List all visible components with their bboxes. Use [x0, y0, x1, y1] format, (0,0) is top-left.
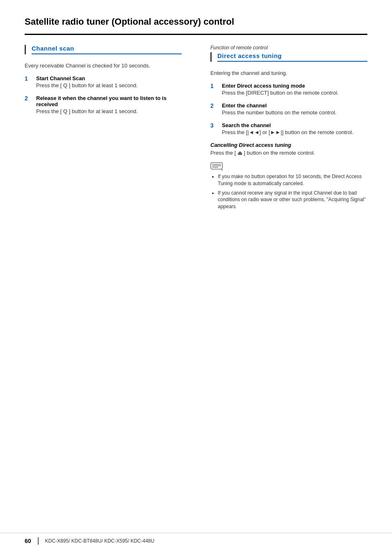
cancel-title: Cancelling Direct access tuning: [210, 142, 367, 148]
step-heading: Release it when the channel you want to …: [36, 95, 182, 107]
step-heading: Search the channel: [222, 122, 367, 128]
note-item: If you make no button operation for 10 s…: [218, 173, 367, 187]
note-icon: [210, 162, 224, 171]
step-number: 1: [210, 83, 219, 89]
step-item: 3 Search the channel Press the [|◄◄] or …: [210, 122, 367, 135]
notes-list: If you make no button operation for 10 s…: [210, 173, 367, 210]
footer-models: KDC-X895/ KDC-BT848U/ KDC-X595/ KDC-448U: [45, 538, 154, 544]
cancel-detail: Press the [ ⏏ ] button on the remote con…: [210, 150, 367, 156]
step-detail: Press the [ Q ] button for at least 1 se…: [36, 108, 182, 114]
step-number: 2: [25, 95, 33, 102]
direct-access-intro: Entering the channel and tuning.: [210, 70, 367, 76]
step-detail: Press the [|◄◄] or [►►|] button on the r…: [222, 129, 367, 135]
footer-page-number: 60: [25, 538, 31, 544]
note-item: If you cannot receive any signal in the …: [218, 190, 367, 210]
step-detail: Press the number buttons on the remote c…: [222, 109, 367, 116]
step-number: 1: [25, 75, 33, 82]
footer: 60 KDC-X895/ KDC-BT848U/ KDC-X595/ KDC-4…: [0, 533, 392, 545]
step-detail: Press the [DIRECT] button on the remote …: [222, 90, 367, 96]
step-number: 3: [210, 122, 219, 129]
step-number: 2: [210, 102, 219, 109]
step-content: Search the channel Press the [|◄◄] or [►…: [222, 122, 367, 135]
channel-scan-title: Channel scan: [32, 45, 182, 54]
step-item: 1 Enter Direct access tuning mode Press …: [210, 83, 367, 96]
direct-access-title: Direct access tuning: [217, 52, 367, 62]
channel-scan-section: Channel scan Every receivable Channel is…: [25, 45, 190, 213]
step-item: 2 Enter the channel Press the number but…: [210, 102, 367, 116]
step-content: Enter Direct access tuning mode Press th…: [222, 83, 367, 96]
section-subtitle: Function of remote control: [210, 45, 367, 51]
step-heading: Enter the channel: [222, 102, 367, 109]
step-detail: Press the [ Q ] button for at least 1 se…: [36, 82, 182, 88]
page-title: Satellite radio tuner (Optional accessor…: [25, 16, 367, 35]
channel-scan-steps: 1 Start Channel Scan Press the [ Q ] but…: [25, 75, 182, 114]
step-content: Start Channel Scan Press the [ Q ] butto…: [36, 75, 182, 88]
step-content: Enter the channel Press the number butto…: [222, 102, 367, 116]
step-heading: Enter Direct access tuning mode: [222, 83, 367, 89]
direct-access-steps: 1 Enter Direct access tuning mode Press …: [210, 83, 367, 135]
footer-divider: [38, 537, 39, 545]
step-content: Release it when the channel you want to …: [36, 95, 182, 114]
svg-line-4: [221, 169, 223, 171]
direct-access-section: Function of remote control Direct access…: [206, 45, 367, 213]
channel-scan-intro: Every receivable Channel is checked for …: [25, 63, 182, 69]
step-heading: Start Channel Scan: [36, 75, 182, 81]
step-item: 2 Release it when the channel you want t…: [25, 95, 182, 114]
step-item: 1 Start Channel Scan Press the [ Q ] but…: [25, 75, 182, 88]
